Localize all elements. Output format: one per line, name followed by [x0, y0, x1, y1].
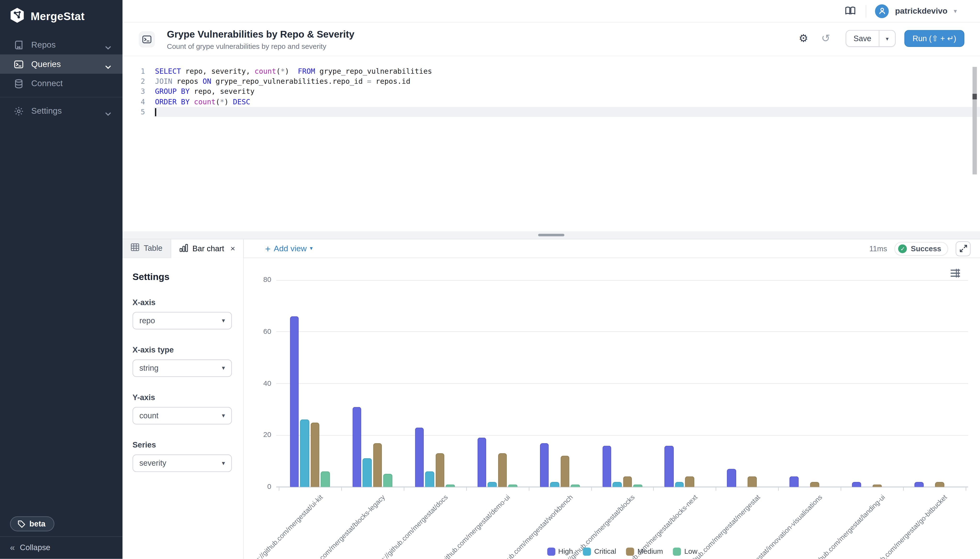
gridline-y80 [276, 280, 968, 280]
tab-bar-chart[interactable]: Bar chart× [171, 239, 244, 258]
bar-low-5 [633, 485, 642, 487]
sidebar-item-queries[interactable]: Queries [0, 54, 122, 74]
chevron-down-icon [105, 43, 111, 52]
text-cursor [155, 108, 156, 116]
legend-label: Critical [594, 547, 616, 555]
save-menu-caret[interactable]: ▾ [879, 31, 895, 46]
fullscreen-button[interactable] [955, 241, 971, 256]
legend-swatch [547, 547, 555, 556]
repos-icon [14, 40, 24, 50]
editor-line: 4ORDER BY count(*) DESC [122, 97, 980, 107]
bar-low-0 [321, 471, 330, 487]
editor-scrollbar[interactable] [973, 67, 977, 174]
bar-critical-1 [363, 458, 372, 487]
code-text: JOIN repos ON grype_repo_vulnerabilities… [145, 77, 410, 86]
editor-line: 1SELECT repo, severity, count(*) FROM gr… [122, 66, 980, 76]
chart-toolbox-menu-icon[interactable] [950, 268, 961, 280]
gridline-y20 [276, 435, 968, 435]
sidebar-item-settings[interactable]: Settings [0, 101, 122, 121]
add-view-caret-icon: ▾ [310, 245, 313, 251]
y-axis-tick-label: 0 [244, 483, 271, 490]
field-label-x-axis: X-axis [132, 298, 233, 307]
line-number: 5 [122, 108, 145, 116]
x-axis-tick [778, 487, 779, 491]
chevron-down-icon: ▾ [222, 364, 225, 371]
history-icon[interactable]: ↻ [819, 31, 833, 45]
bar-critical-2 [425, 471, 434, 487]
collapse-chevrons-icon: « [10, 543, 15, 553]
bar-high-7 [727, 469, 736, 487]
bar-high-4 [540, 443, 549, 487]
bar-critical-4 [550, 482, 559, 487]
bar-high-1 [352, 407, 362, 487]
editor-scrollbar-thumb[interactable] [973, 94, 977, 99]
gridline-y40 [276, 383, 968, 384]
select-value: string [139, 364, 159, 372]
user-menu-caret-icon[interactable]: ▾ [954, 7, 957, 14]
select-value: count [139, 411, 159, 420]
code-text [145, 108, 156, 116]
settings-icon [14, 106, 24, 116]
bar-critical-3 [488, 482, 497, 487]
legend-item-medium[interactable]: Medium [626, 547, 663, 556]
user-icon [878, 7, 886, 15]
tab-table[interactable]: Table [122, 239, 171, 257]
select-y-axis[interactable]: count▾ [132, 407, 232, 424]
y-axis-tick-label: 80 [244, 276, 271, 283]
collapse-button[interactable]: « Collapse [0, 536, 122, 559]
x-axis-label: https://github.com/mergestat/go-bitbucke… [854, 493, 949, 559]
bar-medium-6 [685, 477, 694, 487]
close-icon[interactable]: × [230, 244, 235, 253]
bar-low-1 [383, 474, 392, 487]
avatar[interactable] [875, 4, 889, 18]
username[interactable]: patrickdevivo [895, 6, 947, 16]
select-x-axis-type[interactable]: string▾ [132, 359, 232, 377]
x-axis-tick [341, 487, 342, 491]
code-text: GROUP BY repo, severity [145, 87, 255, 96]
status-badge: ✓ Success [894, 242, 948, 255]
logo-text: MergeStat [31, 10, 85, 23]
legend-swatch [626, 547, 634, 556]
bar-critical-5 [613, 482, 621, 487]
resize-handle[interactable] [538, 233, 564, 237]
queries-icon [14, 59, 24, 69]
x-axis-tick [903, 487, 904, 491]
editor-line: 3GROUP BY repo, severity [122, 86, 980, 96]
sidebar: MergeStat ReposQueriesConnectSettings be… [0, 0, 122, 559]
sql-editor[interactable]: 1SELECT repo, severity, count(*) FROM gr… [122, 56, 980, 231]
add-view-label: Add view [274, 243, 307, 253]
x-axis-label: https://github.com/mergestat/blocks-lega… [289, 493, 387, 559]
barchart-icon [179, 243, 188, 253]
sidebar-item-repos[interactable]: Repos [0, 35, 122, 54]
select-series[interactable]: severity▾ [132, 454, 232, 471]
bar-high-5 [602, 446, 611, 487]
terminal-icon [142, 35, 152, 45]
expand-icon [959, 244, 967, 253]
add-view-button[interactable]: + Add view ▾ [265, 239, 313, 257]
beta-badge: beta [10, 516, 54, 531]
legend-label: Low [684, 547, 697, 555]
page-subtitle: Count of grype vulnerabilities by repo a… [167, 43, 326, 50]
save-button[interactable]: Save [846, 31, 879, 46]
editor-line: 2JOIN repos ON grype_repo_vulnerabilitie… [122, 76, 980, 86]
table-icon [131, 243, 139, 253]
line-number: 2 [122, 77, 145, 86]
docs-book-icon[interactable] [843, 4, 857, 18]
x-axis-tick [403, 487, 404, 491]
legend-item-low[interactable]: Low [673, 547, 697, 556]
bar-high-8 [790, 477, 799, 487]
x-axis-tick [653, 487, 654, 491]
sidebar-item-connect[interactable]: Connect [0, 74, 122, 93]
x-axis-tick [279, 487, 279, 491]
line-number: 4 [122, 98, 145, 106]
run-button[interactable]: Run (⇧ + ↵) [904, 30, 964, 47]
editor-line: 5 [122, 107, 980, 117]
save-split-button: Save ▾ [845, 30, 896, 47]
logo[interactable]: MergeStat [9, 7, 85, 26]
chart-legend: HighCriticalMediumLow [547, 547, 697, 556]
select-x-axis[interactable]: repo▾ [132, 312, 232, 329]
legend-item-high[interactable]: High [547, 547, 573, 556]
legend-item-critical[interactable]: Critical [583, 547, 616, 556]
results-panel: TableBar chart× + Add view ▾ 11ms ✓ Succ… [122, 239, 980, 559]
query-settings-gear-icon[interactable]: ⚙ [797, 31, 810, 45]
